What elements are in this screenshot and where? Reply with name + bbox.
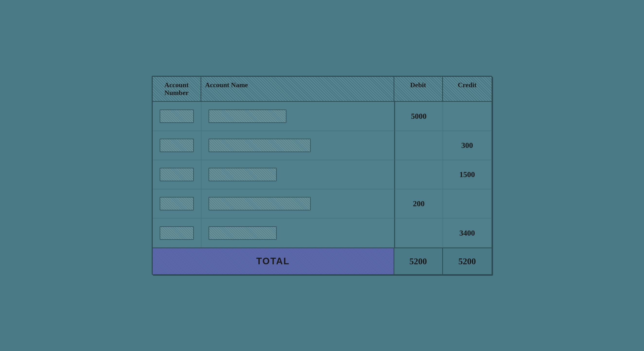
account-number-cell	[153, 102, 201, 131]
debit-cell	[394, 131, 443, 160]
credit-cell: 300	[443, 131, 492, 160]
debit-cell	[394, 218, 443, 248]
table-header: Account Number Account Name Debit Credit	[153, 77, 492, 102]
debit-cell: 200	[394, 189, 443, 218]
table-row: 1500	[153, 160, 492, 189]
account-name-input[interactable]	[208, 197, 311, 210]
account-number-input[interactable]	[160, 139, 194, 152]
credit-cell: 3400	[443, 218, 492, 248]
account-number-cell	[153, 189, 201, 218]
account-number-cell	[153, 218, 201, 248]
credit-cell	[443, 189, 492, 218]
table-row: 5000	[153, 102, 492, 131]
header-account-name: Account Name	[201, 77, 394, 101]
account-number-cell	[153, 160, 201, 189]
account-name-input[interactable]	[208, 139, 311, 152]
account-name-input[interactable]	[208, 226, 277, 240]
table-row: 300	[153, 131, 492, 160]
total-debit-cell: 5200	[394, 248, 443, 274]
table-row: 200	[153, 189, 492, 218]
account-number-cell	[153, 131, 201, 160]
header-debit: Debit	[394, 77, 443, 101]
account-name-cell	[201, 189, 394, 218]
account-name-cell	[201, 102, 394, 131]
header-credit: Credit	[443, 77, 492, 101]
credit-cell	[443, 102, 492, 131]
account-name-input[interactable]	[208, 168, 277, 181]
account-number-input[interactable]	[160, 168, 194, 181]
credit-cell: 1500	[443, 160, 492, 189]
total-label-cell: TOTAL	[153, 248, 394, 274]
table-body: 5000 300	[153, 102, 492, 248]
total-credit-cell: 5200	[443, 248, 492, 274]
account-number-input[interactable]	[160, 110, 194, 123]
account-name-cell	[201, 160, 394, 189]
account-number-input[interactable]	[160, 226, 194, 240]
debit-cell	[394, 160, 443, 189]
journal-table: Account Number Account Name Debit Credit…	[152, 76, 492, 275]
account-number-input[interactable]	[160, 197, 194, 210]
total-row: TOTAL 5200 5200	[153, 248, 492, 274]
account-name-cell	[201, 218, 394, 248]
table-row: 3400	[153, 218, 492, 248]
account-name-input[interactable]	[208, 110, 286, 123]
account-name-cell	[201, 131, 394, 160]
header-account-number: Account Number	[153, 77, 201, 101]
debit-cell: 5000	[394, 102, 443, 131]
